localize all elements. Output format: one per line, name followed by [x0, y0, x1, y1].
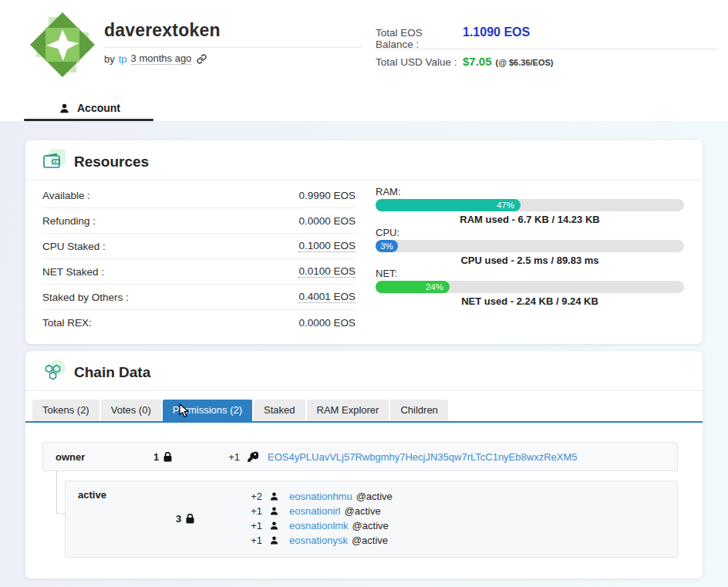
chain-data-card-header: Chain Data — [25, 351, 703, 391]
person-icon — [269, 535, 279, 545]
account-weight: +1 — [242, 535, 262, 546]
ram-caption: RAM used - 6.7 KB / 14.23 KB — [376, 214, 684, 225]
resource-label: Staked by Others : — [42, 292, 129, 303]
created-ago[interactable]: 3 months ago — [131, 52, 192, 65]
person-icon — [269, 491, 279, 501]
tab-permissions[interactable]: Permissions (2) — [163, 400, 252, 421]
resources-card-header: Resources — [25, 140, 703, 180]
net-label: NET: — [376, 268, 684, 279]
tab-tokens[interactable]: Tokens (2) — [32, 400, 99, 421]
permission-name: active — [78, 489, 176, 548]
resource-row-cpu-staked: CPU Staked : 0.1000 EOS — [42, 234, 356, 259]
permissions-panel: owner 1 +1 EOS4yPLUavVLj57R — [25, 423, 703, 558]
usd-value-label: Total USD Value : — [376, 56, 463, 68]
permission-threshold: 1 — [153, 451, 220, 463]
account-link[interactable]: eosnationirl — [289, 505, 341, 517]
public-key-link[interactable]: EOS4yPLUavVLj57Rwbgmhy7HecjJN35qw7rLTcC1… — [268, 451, 578, 463]
resources-body: Available : 0.9990 EOS Refunding : 0.000… — [25, 180, 703, 336]
account-permission: @active — [345, 505, 381, 517]
resource-row-total-rex: Total REX: 0.0000 EOS — [42, 310, 356, 336]
tab-votes[interactable]: Votes (0) — [101, 400, 161, 421]
account-weight: +1 — [242, 505, 262, 517]
account-header: daverextoken by tp 3 months ago Total EO… — [0, 0, 728, 121]
resource-row-refunding: Refunding : 0.0000 EOS — [42, 208, 356, 234]
permission-threshold: 3 — [176, 489, 242, 548]
threshold-value: 3 — [176, 513, 181, 525]
resources-table: Available : 0.9990 EOS Refunding : 0.000… — [42, 183, 356, 336]
active-permission-row: active 3 +2 — [65, 481, 678, 558]
chain-data-title: Chain Data — [74, 364, 150, 381]
usd-value-row: Total USD Value : $7.05 (@ $6.36/EOS) — [376, 55, 717, 74]
account-name: daverextoken — [104, 20, 362, 41]
account-permission: @active — [352, 535, 388, 546]
eos-balance-row: Total EOS Balance : 1.1090 EOS — [376, 25, 717, 45]
resource-label: Total REX: — [42, 317, 92, 329]
resources-title: Resources — [74, 153, 149, 170]
permission-name: owner — [56, 451, 153, 463]
creator-link[interactable]: tp — [119, 53, 127, 65]
eos-balance-label: Total EOS Balance : — [376, 27, 463, 50]
resource-label: CPU Staked : — [42, 241, 106, 252]
cpu-progress-fill: 3% — [376, 240, 398, 252]
key-weight: +1 — [220, 451, 240, 463]
account-link[interactable]: eosnationysk — [289, 535, 348, 546]
resource-label: Refunding : — [42, 215, 96, 227]
mouse-cursor — [179, 403, 190, 418]
account-link[interactable]: eosnationlmk — [289, 520, 349, 531]
tab-account[interactable]: Account — [59, 102, 120, 114]
resources-card: Resources Available : 0.9990 EOS Refundi… — [25, 140, 703, 344]
link-icon[interactable] — [197, 54, 207, 64]
account-permission: @active — [352, 520, 389, 531]
balance-summary: Total EOS Balance : 1.1090 EOS Total USD… — [376, 25, 717, 74]
owner-permission-row: owner 1 +1 EOS4yPLUavVLj57R — [42, 442, 678, 471]
wallet-icon — [42, 152, 63, 172]
delegated-accounts: +2 eosnationhmu @active +1 — [242, 489, 393, 548]
account-weight: +1 — [242, 520, 262, 531]
resource-value[interactable]: 0.4001 EOS — [298, 291, 356, 303]
resource-label: Available : — [42, 190, 90, 201]
ram-progress-fill: 47% — [376, 199, 521, 211]
account-weight: +2 — [242, 491, 262, 502]
tab-account-label: Account — [77, 102, 120, 114]
net-progressbar: 24% — [376, 281, 684, 293]
resource-value: 0.0000 EOS — [298, 215, 356, 227]
delegated-account-row: +1 eosnationysk @active — [242, 533, 393, 548]
ram-label: RAM: — [376, 187, 684, 197]
title-divider — [104, 47, 362, 48]
net-meter: NET: 24% NET used - 2.24 KB / 9.24 KB — [376, 268, 684, 307]
resource-row-net-staked: NET Staked : 0.0100 EOS — [42, 259, 356, 285]
resource-value: 0.9990 EOS — [298, 190, 356, 201]
person-icon — [269, 506, 279, 516]
threshold-value: 1 — [153, 451, 159, 463]
resource-label: NET Staked : — [42, 266, 104, 278]
resource-value: 0.0000 EOS — [298, 317, 356, 329]
tab-children[interactable]: Children — [390, 400, 447, 421]
resource-meters: RAM: 47% RAM used - 6.7 KB / 14.23 KB CP… — [376, 183, 684, 336]
cpu-meter: CPU: 3% CPU used - 2.5 ms / 89.83 ms — [376, 228, 684, 266]
account-title-block: daverextoken by tp 3 months ago — [104, 20, 362, 65]
lock-icon — [163, 452, 172, 462]
account-link[interactable]: eosnationhmu — [289, 491, 352, 502]
net-progress-fill: 24% — [376, 281, 450, 293]
page: daverextoken by tp 3 months ago Total EO… — [0, 0, 728, 587]
tab-staked[interactable]: Staked — [254, 400, 305, 421]
cpu-progressbar: 3% — [376, 240, 684, 252]
chain-data-tabs: Tokens (2) Votes (0) Permissions (2) Sta… — [25, 391, 703, 423]
by-label: by — [104, 53, 115, 65]
byline: by tp 3 months ago — [104, 52, 362, 65]
net-caption: NET used - 2.24 KB / 9.24 KB — [376, 295, 684, 307]
resource-value[interactable]: 0.1000 EOS — [298, 240, 356, 252]
token-logo — [25, 8, 99, 82]
tab-ram-explorer[interactable]: RAM Explorer — [307, 400, 389, 421]
usd-value: $7.05 — [463, 55, 492, 68]
account-permission: @active — [356, 491, 393, 502]
ram-progressbar: 47% — [376, 199, 684, 211]
cpu-label: CPU: — [376, 228, 684, 238]
person-icon — [59, 103, 70, 114]
chain-data-card: Chain Data Tokens (2) Votes (0) Permissi… — [25, 351, 703, 579]
resource-value[interactable]: 0.0100 EOS — [298, 265, 356, 278]
content-background: Resources Available : 0.9990 EOS Refundi… — [0, 121, 728, 587]
lock-icon — [186, 514, 194, 524]
resource-row-available: Available : 0.9990 EOS — [42, 183, 356, 208]
delegated-account-row: +1 eosnationlmk @active — [242, 518, 393, 533]
